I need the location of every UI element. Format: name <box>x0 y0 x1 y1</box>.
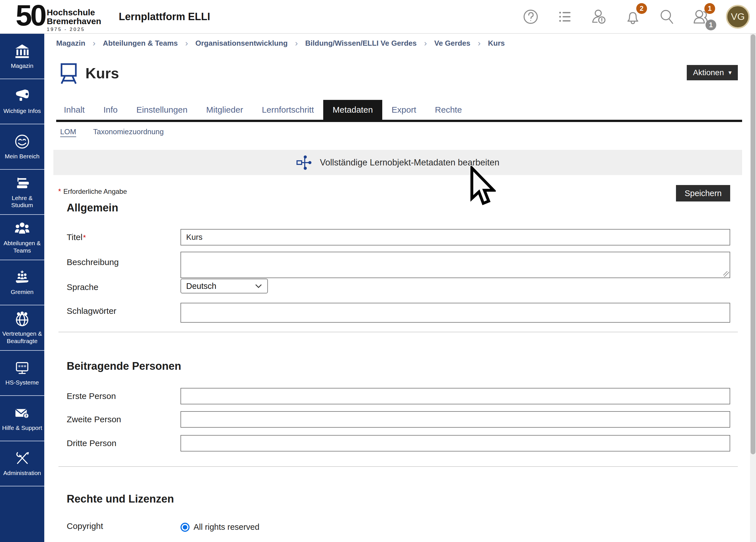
erste-person-input[interactable] <box>180 388 730 404</box>
schlagwoerter-input[interactable] <box>180 303 730 323</box>
help-icon[interactable] <box>522 8 540 26</box>
copyright-label: Copyright <box>67 521 103 531</box>
tools-icon <box>14 450 30 467</box>
notifications-bell-icon[interactable]: 2 <box>624 8 642 26</box>
copyright-radio[interactable] <box>180 523 190 532</box>
section-heading-rechte: Rechte und Lizenzen <box>67 493 174 505</box>
sidebar-item-lehre-studium[interactable]: Lehre & Studium <box>0 170 44 215</box>
tab-einstellungen[interactable]: Einstellungen <box>127 100 197 120</box>
breadcrumb-kurs[interactable]: Kurs <box>488 39 505 48</box>
tab-info[interactable]: Info <box>94 100 127 120</box>
breadcrumb-ve-gerdes[interactable]: Ve Gerdes <box>434 39 470 48</box>
course-easel-icon <box>58 62 79 84</box>
logo-line2: Bremerhaven <box>47 17 101 26</box>
svg-text:?: ? <box>25 413 28 418</box>
titel-required-asterisk: * <box>83 233 86 242</box>
sidebar-item-abteilungen-teams[interactable]: Abteilungen & Teams <box>0 215 44 260</box>
tab-underline <box>56 120 742 122</box>
search-icon[interactable] <box>658 8 676 26</box>
edit-full-metadata-banner[interactable]: Vollständige Lernobjekt-Metadaten bearbe… <box>53 150 742 175</box>
scrollbar-track[interactable] <box>750 34 756 542</box>
sidebar-item-mein-bereich[interactable]: Mein Bereich <box>0 124 44 170</box>
banner-label: Vollständige Lernobjekt-Metadaten bearbe… <box>320 157 499 168</box>
subtab-lom[interactable]: LOM <box>60 127 76 136</box>
actions-button[interactable]: Aktionen ▾ <box>687 65 738 80</box>
megaphone-icon <box>14 88 30 104</box>
people-group-icon <box>14 220 30 237</box>
hochschule-bremerhaven-logo[interactable]: 50 Hochschule Bremerhaven 1975 - 2025 <box>16 1 101 33</box>
contacts-icon[interactable]: 1 1 <box>692 8 710 26</box>
monitor-password-icon: *** <box>14 360 30 376</box>
copyright-radio-label: All rights reserved <box>194 522 259 532</box>
titel-input[interactable] <box>180 229 730 245</box>
dritte-person-label: Dritte Person <box>67 438 116 448</box>
breadcrumb-magazin[interactable]: Magazin <box>56 39 85 48</box>
books-icon <box>14 175 30 192</box>
logo-line1: Hochschule <box>47 8 101 17</box>
sidebar-item-wichtige-infos[interactable]: Wichtige Infos <box>0 79 44 125</box>
dritte-person-input[interactable] <box>180 435 730 451</box>
zweite-person-label: Zweite Person <box>67 415 121 424</box>
app-title: Lernplattform ELLI <box>119 11 210 23</box>
contacts-total-badge: 1 <box>705 20 716 30</box>
notifications-badge: 2 <box>636 3 647 14</box>
tab-metadaten[interactable]: Metadaten <box>323 100 382 120</box>
svg-text:***: *** <box>18 364 26 370</box>
logo-50: 50 <box>16 3 45 29</box>
beschreibung-label: Beschreibung <box>67 257 119 267</box>
logo-years: 1975 - 2025 <box>47 27 101 32</box>
titel-label: Titel* <box>67 232 88 242</box>
metadata-tree-icon <box>296 154 312 171</box>
scrollbar-thumb[interactable] <box>751 34 755 454</box>
smiley-icon <box>14 133 30 150</box>
section-divider <box>58 332 738 332</box>
awareness-person-icon[interactable] <box>590 8 608 26</box>
main-content: Magazin › Abteilungen & Teams › Organisa… <box>44 34 756 542</box>
section-heading-allgemein: Allgemein <box>67 202 118 214</box>
tab-bar: Inhalt Info Einstellungen Mitglieder Ler… <box>54 100 742 120</box>
chevron-down-icon <box>255 284 262 288</box>
schlagwoerter-label: Schlagwörter <box>67 306 116 316</box>
breadcrumb-separator-icon: › <box>424 38 427 48</box>
subtab-bar: LOM Taxonomiezuordnung <box>60 127 164 136</box>
erste-person-label: Erste Person <box>67 391 116 401</box>
user-avatar[interactable]: VG <box>726 5 750 29</box>
caret-down-icon: ▾ <box>728 69 732 76</box>
sprache-label: Sprache <box>67 282 98 292</box>
sidebar-item-gremien[interactable]: Gremien <box>0 260 44 306</box>
sidebar-item-administration[interactable]: Administration <box>0 441 44 487</box>
top-header: 50 Hochschule Bremerhaven 1975 - 2025 Le… <box>0 0 756 34</box>
breadcrumb-separator-icon: › <box>93 38 96 48</box>
breadcrumb-bildung-wissen[interactable]: Bildung/Wissen/ELLI Ve Gerdes <box>305 39 417 48</box>
required-hint: *Erforderliche Angabe <box>58 187 127 196</box>
beschreibung-textarea[interactable] <box>180 252 730 278</box>
tab-export[interactable]: Export <box>382 100 426 120</box>
main-sidebar: Magazin Wichtige Infos Mein Bereich Lehr… <box>0 34 44 542</box>
tab-lernfortschritt[interactable]: Lernfortschritt <box>253 100 323 120</box>
app-window: 50 Hochschule Bremerhaven 1975 - 2025 Le… <box>0 0 756 542</box>
copyright-radio-row: All rights reserved <box>180 522 259 532</box>
tab-inhalt[interactable]: Inhalt <box>54 100 94 120</box>
page-title-row: Kurs <box>58 62 119 84</box>
header-icon-bar: 2 1 1 VG <box>522 5 756 29</box>
sidebar-item-magazin[interactable]: Magazin <box>0 34 44 79</box>
subtab-taxonomiezuordnung[interactable]: Taxonomiezuordnung <box>93 127 164 136</box>
globe-people-icon <box>14 311 30 327</box>
breadcrumb-abteilungen-teams[interactable]: Abteilungen & Teams <box>103 39 178 48</box>
todo-list-icon[interactable] <box>556 8 574 26</box>
breadcrumb-separator-icon: › <box>185 38 188 48</box>
tab-rechte[interactable]: Rechte <box>426 100 471 120</box>
sidebar-item-hs-systeme[interactable]: *** HS-Systeme <box>0 351 44 396</box>
breadcrumb: Magazin › Abteilungen & Teams › Organisa… <box>56 38 505 48</box>
section-heading-beitragende: Beitragende Personen <box>67 360 181 372</box>
save-button[interactable]: Speichern <box>676 185 730 201</box>
sidebar-item-hilfe-support[interactable]: ? Hilfe & Support <box>0 396 44 441</box>
section-divider <box>58 466 738 467</box>
zweite-person-input[interactable] <box>180 411 730 428</box>
sprache-select[interactable]: Deutsch <box>180 279 268 293</box>
breadcrumb-organisationsentwicklung[interactable]: Organisationsentwicklung <box>195 39 287 48</box>
bank-icon <box>14 43 30 59</box>
tab-mitglieder[interactable]: Mitglieder <box>197 100 253 120</box>
page-title: Kurs <box>85 65 119 82</box>
sidebar-item-vertretungen[interactable]: Vertretungen & Beauftragte <box>0 305 44 351</box>
